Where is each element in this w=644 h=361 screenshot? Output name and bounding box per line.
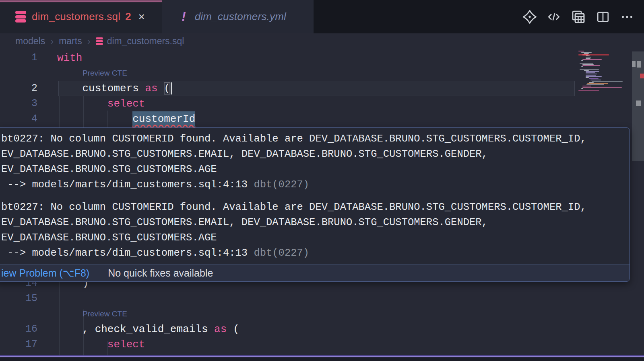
codelens-row: Preview CTE [0, 306, 578, 322]
error-message-block: bt0227: No column CUSTOMERID found. Avai… [0, 196, 630, 264]
minimap-code-line [582, 65, 600, 66]
more-actions-icon[interactable] [620, 10, 634, 24]
error-message-line: --> models/marts/dim_customers.sql:4:13 … [1, 246, 630, 261]
overview-ruler-marker [640, 74, 644, 78]
tab-dim-customers-yml[interactable]: ! dim_customers.yml [162, 0, 314, 33]
minimap-code-line [586, 55, 590, 56]
minimap-code-line [578, 90, 599, 91]
codelens-preview-cte[interactable]: Preview CTE [83, 306, 127, 322]
breadcrumb-item-file[interactable]: dim_customers.sql [107, 36, 184, 47]
minimap-code-line [578, 51, 584, 51]
minimap-code-line [586, 76, 602, 77]
editor-window: dim_customers.sql 2 × ! dim_customers.ym… [0, 0, 644, 361]
error-hover-popup: bt0227: No column CUSTOMERID found. Avai… [0, 127, 630, 282]
minimap-code-line [586, 84, 604, 85]
line-number: 1 [0, 50, 37, 66]
code-text: select [57, 96, 145, 111]
database-icon [15, 11, 26, 23]
error-message-line: EV_DATABASE.BRUNO.STG_CUSTOMERS.EMAIL, D… [1, 147, 630, 162]
code-line[interactable]: 15 [0, 291, 578, 306]
split-editor-icon[interactable] [596, 10, 610, 24]
close-icon[interactable]: × [138, 11, 145, 23]
overview-ruler-marker [632, 61, 636, 67]
view-problem-link[interactable]: iew Problem (⌥F8) [1, 267, 89, 279]
error-message-line: --> models/marts/dim_customers.sql:4:13 … [1, 177, 630, 193]
code-line[interactable]: 2 customers as ( [0, 81, 578, 96]
code-line[interactable]: 3 select [0, 96, 578, 111]
line-number: 17 [0, 337, 37, 352]
tab-bar: dim_customers.sql 2 × ! dim_customers.ym… [0, 0, 644, 33]
minimap-code-line [582, 87, 622, 88]
breadcrumb-item-marts[interactable]: marts [59, 36, 82, 47]
text-cursor [171, 82, 172, 94]
minimap-code-line [592, 81, 623, 82]
scrollbar-slider[interactable] [632, 51, 644, 161]
minimap-code-line [580, 63, 593, 64]
minimap-code-line [587, 83, 608, 84]
minimap-code-line [586, 74, 597, 74]
minimap-code-line [586, 72, 595, 73]
minimap-code-line [586, 57, 591, 57]
minimap-code-line [581, 60, 583, 61]
minimap-code-line [582, 86, 591, 86]
tab-label: dim_customers.yml [195, 10, 286, 23]
minimap-code-line [584, 70, 589, 71]
database-icon [96, 37, 103, 45]
code-line[interactable]: 1with [0, 50, 578, 66]
minimap-code-line [581, 88, 583, 89]
error-message-line: bt0227: No column CUSTOMERID found. Avai… [1, 131, 630, 147]
dbt-icon[interactable] [522, 10, 537, 24]
codelens-preview-cte[interactable]: Preview CTE [83, 66, 127, 81]
minimap-code-line [580, 69, 599, 70]
tab-dirty-badge: 2 [125, 10, 131, 23]
error-message-line: EV_DATABASE.BRUNO.STG_CUSTOMERS.AGE [1, 162, 630, 177]
error-message-line: EV_DATABASE.BRUNO.STG_CUSTOMERS.EMAIL, D… [1, 215, 630, 230]
minimap-code-line [589, 78, 599, 79]
line-number: 16 [0, 322, 37, 337]
panel-edge [0, 357, 644, 361]
error-message-line: EV_DATABASE.BRUNO.STG_CUSTOMERS.AGE [1, 230, 630, 246]
line-number: 15 [0, 291, 37, 306]
minimap-code-line [582, 64, 594, 65]
quick-fix-message: No quick fixes available [108, 267, 213, 279]
code-text: customerId [57, 111, 195, 127]
active-tab-accent [0, 0, 162, 2]
code-text: , check_valid_emails as ( [57, 322, 239, 337]
minimap-code-line [586, 58, 590, 59]
tab-dim-customers-sql[interactable]: dim_customers.sql 2 × [0, 0, 162, 33]
chevron-right-icon: › [87, 36, 91, 47]
breadcrumb: models › marts › dim_customers.sql [0, 33, 644, 49]
code-text: with [57, 50, 82, 66]
breadcrumb-item-models[interactable]: models [15, 36, 45, 47]
code-line[interactable]: 17 select [0, 337, 578, 352]
code-text: customers as ( [57, 81, 172, 96]
query-results-icon[interactable] [571, 9, 586, 25]
minimap-code-line [586, 71, 599, 72]
code-line[interactable]: 4 customerId [0, 111, 578, 127]
minimap-code-line [589, 82, 594, 83]
minimap-code-line [590, 80, 601, 80]
line-number: 4 [0, 111, 37, 127]
error-message-block: bt0227: No column CUSTOMERID found. Avai… [0, 128, 630, 196]
tab-label: dim_customers.sql [32, 10, 120, 23]
overview-ruler-marker [637, 61, 641, 68]
minimap-code-line [581, 52, 592, 53]
error-message-line: bt0227: No column CUSTOMERID found. Avai… [1, 200, 630, 215]
minimap-code-line [582, 59, 602, 60]
chevron-right-icon: › [50, 36, 54, 47]
code-line[interactable]: 16 , check_valid_emails as ( [0, 322, 578, 337]
minimap-code-line [586, 75, 596, 76]
code-text: select [57, 337, 145, 352]
warning-exclamation-icon: ! [182, 9, 186, 24]
minimap-code-line [584, 53, 589, 54]
code-preview-icon[interactable] [547, 10, 561, 24]
error-code: dbt(0227) [254, 247, 309, 259]
hover-status-bar: iew Problem (⌥F8) No quick fixes availab… [0, 265, 630, 281]
line-number: 2 [0, 81, 37, 96]
overview-ruler-marker [636, 101, 641, 106]
editor-actions [522, 0, 634, 33]
codelens-row: Preview CTE [0, 66, 578, 81]
line-number: 3 [0, 96, 37, 111]
error-code: dbt(0227) [254, 179, 309, 191]
minimap-code-line [586, 77, 589, 78]
